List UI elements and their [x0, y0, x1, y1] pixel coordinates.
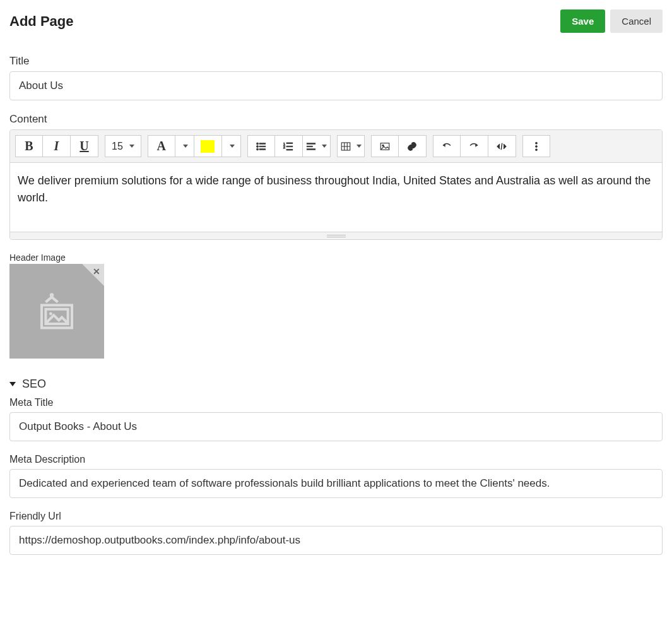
- table-icon: [340, 141, 351, 152]
- font-size-select[interactable]: 15: [105, 135, 141, 157]
- title-input[interactable]: [9, 71, 663, 100]
- svg-rect-3: [259, 146, 266, 147]
- svg-point-2: [256, 145, 258, 147]
- redo-icon: [468, 141, 480, 152]
- link-icon: [406, 141, 418, 152]
- highlight-color-dropdown[interactable]: [222, 135, 241, 157]
- link-button[interactable]: [399, 135, 427, 157]
- bold-button[interactable]: B: [15, 135, 43, 157]
- highlight-color-button[interactable]: [194, 135, 222, 157]
- editor-resize-handle[interactable]: [10, 232, 662, 239]
- editor-toolbar: B I U 15 A 12: [10, 130, 662, 163]
- friendly-url-input[interactable]: [9, 526, 663, 555]
- seo-section-label: SEO: [22, 377, 46, 391]
- underline-button[interactable]: U: [71, 135, 98, 157]
- svg-rect-12: [307, 146, 313, 147]
- svg-rect-10: [286, 149, 293, 150]
- caret-down-icon: [129, 145, 134, 148]
- svg-rect-11: [307, 143, 316, 144]
- svg-point-0: [256, 143, 258, 145]
- page-title: Add Page: [9, 13, 555, 30]
- table-button[interactable]: [337, 135, 365, 157]
- caret-down-icon: [183, 145, 188, 148]
- italic-button[interactable]: I: [43, 135, 71, 157]
- cancel-button[interactable]: Cancel: [610, 9, 663, 33]
- text-color-button[interactable]: A: [148, 135, 175, 157]
- meta-title-label: Meta Title: [9, 397, 663, 408]
- caret-down-icon: [9, 382, 16, 386]
- code-icon: [496, 141, 507, 152]
- svg-point-19: [382, 145, 384, 146]
- meta-description-input[interactable]: [9, 469, 663, 498]
- text-color-dropdown[interactable]: [175, 135, 194, 157]
- svg-point-25: [535, 148, 537, 150]
- caret-down-icon: [230, 145, 235, 148]
- image-button[interactable]: [371, 135, 399, 157]
- redo-button[interactable]: [461, 135, 488, 157]
- friendly-url-label: Friendly Url: [9, 511, 663, 522]
- seo-section-toggle[interactable]: SEO: [9, 377, 663, 391]
- align-icon: [305, 141, 317, 152]
- svg-rect-5: [259, 148, 266, 150]
- svg-point-23: [535, 142, 537, 144]
- svg-text:2: 2: [283, 145, 286, 149]
- title-label: Title: [9, 55, 663, 68]
- caret-down-icon: [322, 145, 327, 148]
- image-placeholder-icon: [32, 286, 82, 336]
- svg-rect-7: [286, 143, 293, 144]
- undo-icon: [441, 141, 452, 152]
- caret-down-icon: [357, 145, 362, 148]
- more-button[interactable]: [522, 135, 550, 157]
- font-size-value: 15: [112, 141, 123, 152]
- svg-point-29: [49, 312, 52, 316]
- meta-description-label: Meta Description: [9, 454, 663, 465]
- list-ol-icon: 12: [283, 141, 294, 152]
- undo-button[interactable]: [433, 135, 461, 157]
- svg-rect-1: [259, 143, 266, 144]
- svg-rect-13: [307, 148, 316, 150]
- code-view-button[interactable]: [488, 135, 516, 157]
- rich-text-editor: B I U 15 A 12: [9, 129, 663, 240]
- content-label: Content: [9, 113, 663, 126]
- unordered-list-button[interactable]: [247, 135, 275, 157]
- save-button[interactable]: Save: [560, 9, 605, 33]
- svg-point-24: [535, 145, 537, 147]
- highlight-swatch-icon: [201, 140, 215, 153]
- svg-rect-9: [286, 146, 293, 147]
- more-vertical-icon: [531, 141, 542, 152]
- list-ul-icon: [256, 141, 267, 152]
- editor-content-area[interactable]: We deliver premium solutions for a wide …: [10, 163, 662, 232]
- ordered-list-button[interactable]: 12: [275, 135, 303, 157]
- meta-title-input[interactable]: [9, 412, 663, 441]
- header-image-tile[interactable]: ✕: [9, 264, 104, 359]
- svg-line-22: [502, 143, 503, 150]
- svg-point-4: [256, 148, 258, 150]
- header-image-label: Header Image: [9, 253, 663, 263]
- align-button[interactable]: [303, 135, 331, 157]
- remove-image-button[interactable]: ✕: [93, 266, 100, 276]
- image-icon: [379, 141, 391, 152]
